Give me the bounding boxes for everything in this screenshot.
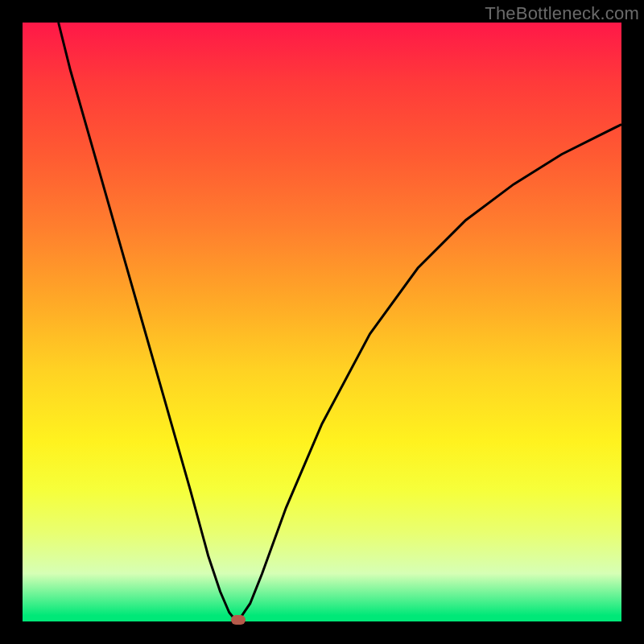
chart-frame: TheBottleneck.com <box>0 0 644 644</box>
plot-area <box>23 23 621 621</box>
watermark-text: TheBottleneck.com <box>485 3 639 24</box>
minimum-marker <box>231 615 246 625</box>
curve-path <box>59 23 621 620</box>
bottleneck-curve <box>23 23 621 621</box>
